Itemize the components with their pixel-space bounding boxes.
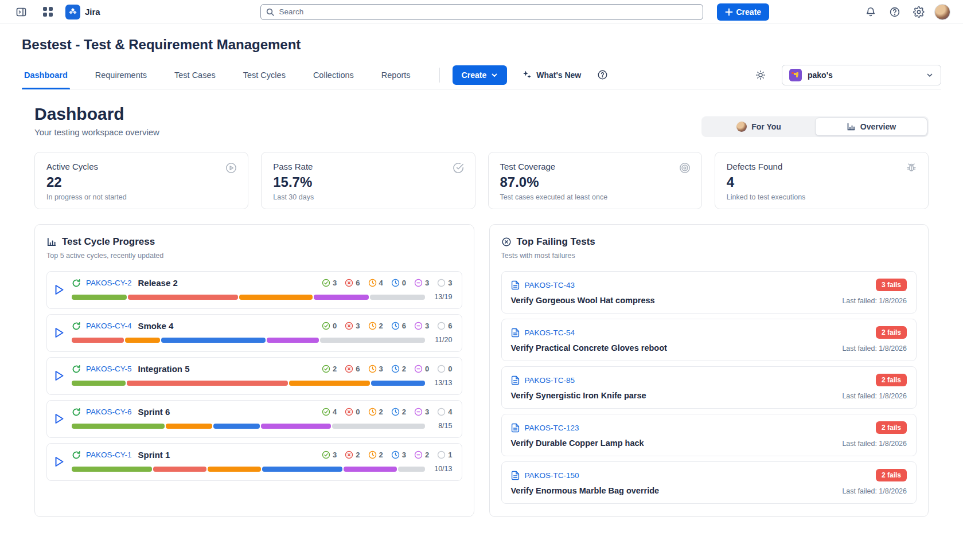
test-key-link[interactable]: PAKOS-TC-123 [525,424,579,432]
tab-requirements[interactable]: Requirements [93,61,149,89]
tab-test-cases[interactable]: Test Cases [172,61,218,89]
project-selector[interactable]: pako's [782,65,941,85]
play-button[interactable] [54,327,65,339]
play-button[interactable] [54,413,65,425]
x-circle-icon [501,237,512,247]
failing-test-row[interactable]: PAKOS-TC-85 2 fails Verify Synergistic I… [501,366,917,409]
user-avatar[interactable] [934,4,950,20]
stat-value: 22 [46,174,236,190]
settings-button[interactable] [910,3,927,21]
count-in-progress: 3 [368,365,383,373]
tab-test-cycles[interactable]: Test Cycles [241,61,288,89]
status-counts: 4 0 2 2 [322,408,452,416]
create-button-label: Create [736,7,762,17]
cycle-row[interactable]: PAKOS-CY-1 Sprint 1 3 2 [46,443,462,481]
status-counts: 3 6 4 0 [322,279,452,287]
global-create-button[interactable]: Create [717,3,770,21]
cycle-key-link[interactable]: PAKOS-CY-2 [86,279,132,287]
tab-collections[interactable]: Collections [311,61,356,89]
progress-segment-pending [371,381,425,386]
last-failed-date: Last failed: 1/8/2026 [842,487,907,495]
count-value: 0 [333,322,337,330]
cycle-key-link[interactable]: PAKOS-CY-5 [86,365,132,373]
theme-toggle-button[interactable] [752,66,769,84]
panel-subtitle: Tests with most failures [501,252,917,260]
question-circle-icon [597,69,608,80]
jira-home-link[interactable]: Jira [65,5,100,19]
fails-badge: 3 fails [876,279,907,291]
count-in-progress: 2 [368,322,383,330]
count-not-run: 6 [437,322,452,330]
chevron-down-icon [926,71,934,79]
count-value: 3 [333,279,337,287]
bar-chart-icon [46,237,57,247]
count-value: 3 [356,322,360,330]
cycle-key-link[interactable]: PAKOS-CY-6 [86,408,132,416]
cycle-name: Release 2 [138,278,178,288]
executed-fraction: 11/20 [432,336,453,344]
project-icon [789,69,802,81]
progress-segment-in-progress [166,424,212,429]
tab-label: Reports [381,71,411,80]
progress-segment-blocked [261,424,331,429]
count-blocked: 3 [414,279,429,287]
play-button[interactable] [54,284,65,296]
stat-label: Active Cycles [46,162,236,171]
play-button[interactable] [54,456,65,468]
count-failed: 6 [345,365,360,373]
view-toggle-overview[interactable]: Overview [815,118,927,136]
progress-segment-blocked [267,338,319,343]
cycle-row[interactable]: PAKOS-CY-2 Release 2 3 6 [46,271,462,309]
avatar-icon [736,122,747,132]
failing-test-row[interactable]: PAKOS-TC-123 2 fails Verify Durable Copp… [501,414,917,456]
count-failed: 2 [345,451,360,459]
count-passed: 0 [322,322,337,330]
app-switcher-button[interactable] [39,3,56,21]
cycle-row[interactable]: PAKOS-CY-6 Sprint 6 4 0 [46,400,462,438]
stat-value: 4 [727,174,917,190]
cycle-key-link[interactable]: PAKOS-CY-4 [86,322,132,330]
count-value: 2 [379,408,383,416]
progress-segment-pending [262,467,342,472]
sidebar-toggle-button[interactable] [13,3,30,21]
count-value: 6 [448,322,452,330]
notifications-button[interactable] [862,3,879,21]
cycle-key-link[interactable]: PAKOS-CY-1 [86,451,132,459]
test-key-link[interactable]: PAKOS-TC-54 [525,328,575,337]
document-icon [511,471,520,480]
create-dropdown-button[interactable]: Create [453,65,508,85]
executed-fraction: 8/15 [432,422,453,430]
play-button[interactable] [54,370,65,382]
test-key-link[interactable]: PAKOS-TC-150 [525,471,579,480]
test-key-link[interactable]: PAKOS-TC-43 [525,281,575,289]
cycle-row[interactable]: PAKOS-CY-5 Integration 5 2 6 [46,357,462,395]
count-value: 4 [448,408,452,416]
tour-help-button[interactable] [594,66,611,84]
count-not-run: 3 [437,279,452,287]
failing-test-row[interactable]: PAKOS-TC-150 2 fails Verify Enormous Mar… [501,461,917,504]
cycle-row[interactable]: PAKOS-CY-4 Smoke 4 0 3 [46,314,462,352]
help-button[interactable] [886,3,903,21]
failing-test-list: PAKOS-TC-43 3 fails Verify Gorgeous Wool… [501,271,917,504]
whats-new-button[interactable]: What's New [522,70,581,80]
page-title: Bestest - Test & Requirement Management [22,37,941,53]
search-input[interactable] [260,4,703,20]
count-blocked: 2 [414,451,429,459]
failing-test-row[interactable]: PAKOS-TC-43 3 fails Verify Gorgeous Wool… [501,271,917,314]
cycle-progress-bar [72,424,425,429]
progress-segment-passed [72,295,127,300]
progress-segment-not-run [398,467,425,472]
failing-test-row[interactable]: PAKOS-TC-54 2 fails Verify Practical Con… [501,319,917,361]
view-toggle-for-you[interactable]: For You [703,118,815,136]
tab-dashboard[interactable]: Dashboard [22,61,70,89]
count-not-run: 4 [437,408,452,416]
panel-title: Top Failing Tests [517,236,595,248]
whats-new-label: What's New [536,71,581,80]
tab-label: Dashboard [24,71,68,80]
cycle-refresh-icon [72,365,81,374]
test-key-link[interactable]: PAKOS-TC-85 [525,376,575,385]
count-value: 2 [379,451,383,459]
last-failed-date: Last failed: 1/8/2026 [842,344,907,353]
tab-reports[interactable]: Reports [379,61,413,89]
cycle-progress-bar [72,467,425,472]
